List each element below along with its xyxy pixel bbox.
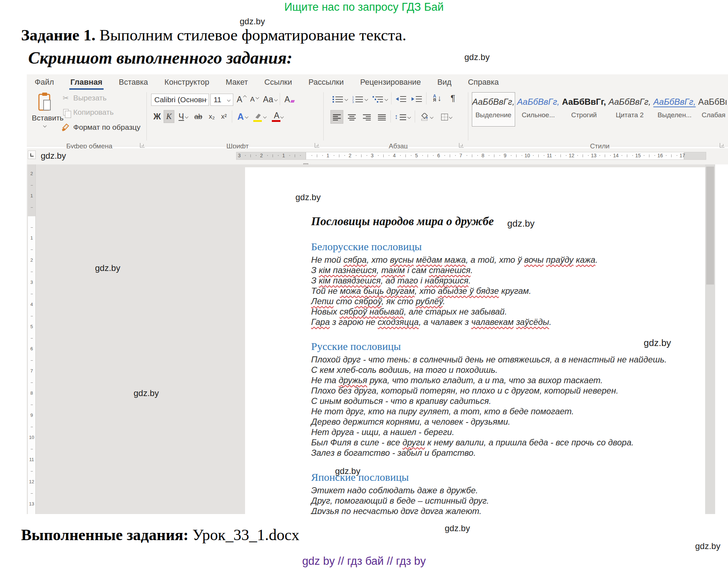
doc-line: Плохой друг - что тень: в солнечный день… <box>311 354 700 365</box>
font-size-combobox[interactable]: 11 <box>210 94 233 106</box>
copy-button[interactable]: Копировать <box>61 108 114 117</box>
document-text[interactable]: Пословицы народов мира о дружбе Белорусс… <box>311 214 700 514</box>
format-painter-button[interactable]: Формат по образцу <box>61 123 140 132</box>
doc-text-segment: . <box>468 276 471 285</box>
justify-button[interactable] <box>375 110 388 124</box>
ribbon-tab-Файл[interactable]: Файл <box>35 74 54 90</box>
small-divider <box>390 110 391 123</box>
chevron-down-icon <box>43 124 46 128</box>
misspelled-word: Гара <box>311 317 330 327</box>
ruler-number: 1 <box>326 153 329 158</box>
ribbon-tab-Вставка[interactable]: Вставка <box>119 74 148 90</box>
font-color-button[interactable]: А <box>270 110 287 123</box>
ruler-dot <box>499 155 500 156</box>
copy-label: Копировать <box>73 108 114 117</box>
horizontal-ruler[interactable]: 3211234567891011121314151617 <box>236 152 706 160</box>
paste-button[interactable]: Вставить <box>32 92 58 129</box>
misspelled-word: сходзяцца <box>378 317 419 327</box>
style-item-Выделение[interactable]: АаБбВвГг,Выделение <box>472 92 515 127</box>
ruler-number: 6 <box>28 346 35 351</box>
bullets-button[interactable] <box>330 92 349 106</box>
ruler-dot <box>455 155 456 156</box>
ruler-dot <box>477 155 478 156</box>
superscript-glyph: x² <box>221 113 227 120</box>
ribbon-tab-Рецензирование[interactable]: Рецензирование <box>360 74 421 90</box>
increase-indent-button[interactable] <box>410 92 424 106</box>
clear-formatting-button[interactable]: А <box>282 93 297 106</box>
align-center-icon <box>348 114 356 120</box>
caret-down-icon <box>255 95 259 99</box>
align-right-button[interactable] <box>360 110 373 124</box>
doc-text-segment: з гарою не <box>330 317 378 327</box>
copy-icon <box>63 109 69 115</box>
font-color-glyph: А <box>274 111 279 120</box>
misspelled-word: такім <box>381 265 405 275</box>
clipboard-dialog-launcher[interactable] <box>140 143 145 148</box>
ruler-tick <box>405 154 406 157</box>
style-preview: АаБбВвГг, <box>472 97 515 107</box>
italic-button-selected[interactable]: К <box>164 110 174 123</box>
style-item-Строгий[interactable]: АаБбВвГг,Строгий <box>562 92 606 127</box>
bold-button[interactable]: Ж <box>152 110 163 123</box>
numbering-button[interactable]: 123 <box>350 92 369 106</box>
watermark: gdz.by <box>445 523 470 533</box>
font-dialog-launcher[interactable] <box>315 143 319 148</box>
grow-font-button[interactable]: А <box>235 93 248 106</box>
underline-button[interactable]: Ч <box>176 110 191 123</box>
font-name-combobox[interactable]: Calibri (Основн <box>151 94 209 106</box>
ribbon-tab-Рассылки[interactable]: Рассылки <box>309 74 344 90</box>
ruler-tick <box>538 154 539 157</box>
align-center-button[interactable] <box>345 110 358 124</box>
strikethrough-button[interactable]: ab <box>192 110 205 123</box>
shading-button[interactable] <box>418 110 435 124</box>
small-divider <box>280 93 280 105</box>
misspelled-word: кажа <box>576 255 595 265</box>
superscript-button[interactable]: x² <box>218 110 230 123</box>
ribbon-tab-Справка[interactable]: Справка <box>468 74 499 90</box>
styles-dialog-launcher[interactable] <box>720 143 724 148</box>
show-marks-button[interactable]: ¶ <box>447 92 459 105</box>
ruler-number: 10 <box>524 153 530 158</box>
ruler-dot <box>334 155 334 156</box>
style-item-Сильное...[interactable]: АаБбВвГг,Сильное... <box>517 92 560 127</box>
ribbon-tab-Вид[interactable]: Вид <box>437 74 452 90</box>
vertical-scrollbar[interactable] <box>705 164 715 514</box>
scrollbar-thumb[interactable] <box>706 167 714 285</box>
ruler-number: 13 <box>591 153 597 158</box>
change-case-button[interactable]: Аа <box>262 93 278 106</box>
align-left-button-selected[interactable] <box>330 110 343 124</box>
style-item-Выделен...[interactable]: АаБбВвГг,Выделен... <box>653 92 696 127</box>
vertical-ruler[interactable]: 2112345678910111213 <box>28 164 36 514</box>
ribbon-tab-Главная[interactable]: Главная <box>70 74 102 90</box>
doc-line: С иным водиться - что в крапиву садиться… <box>311 396 700 406</box>
highlight-color-button[interactable] <box>252 110 268 123</box>
tab-stop-selector[interactable] <box>28 150 36 159</box>
ribbon-tab-Ссылки[interactable]: Ссылки <box>264 74 292 90</box>
doc-text-segment: Новых <box>311 307 340 316</box>
cut-button[interactable]: ✂ Вырезать <box>61 94 106 102</box>
ruler-number: 4 <box>393 153 396 158</box>
ribbon-tab-row: ФайлГлавнаяВставкаКонструкторМакетСсылки… <box>27 74 728 90</box>
doc-text-segment: Не той <box>311 255 343 265</box>
ruler-number: 15 <box>635 153 641 158</box>
ribbon-tab-Макет[interactable]: Макет <box>226 74 248 90</box>
doc-text-segment: , <box>377 265 381 275</box>
doc-line: Гара з гарою не сходзяцца, а чалавек з ч… <box>311 317 700 327</box>
style-label: Слабая сс... <box>702 111 727 119</box>
sort-button[interactable]: АЯ ↓ <box>429 92 445 105</box>
ribbon-tab-Конструктор[interactable]: Конструктор <box>164 74 209 90</box>
ruler-number: 2 <box>260 153 263 158</box>
borders-button[interactable] <box>438 110 455 124</box>
style-item-Цитата 2[interactable]: АаБбВвГг,Цитата 2 <box>608 92 651 127</box>
style-item-Слабая сс...[interactable]: АаБбВвГгДСлабая сс... <box>698 92 727 127</box>
multilevel-list-button[interactable] <box>370 92 389 106</box>
ruler-dot <box>467 155 467 156</box>
text-effects-button[interactable]: А <box>235 110 250 123</box>
paragraph-dialog-launcher[interactable] <box>459 143 464 148</box>
shrink-font-button[interactable]: А <box>248 93 260 106</box>
ruler-dot <box>522 155 522 156</box>
subscript-button[interactable]: x₂ <box>206 110 218 123</box>
misspelled-word: сябра <box>343 255 367 265</box>
decrease-indent-button[interactable] <box>394 92 408 106</box>
line-spacing-button[interactable]: ↕ <box>393 110 412 124</box>
